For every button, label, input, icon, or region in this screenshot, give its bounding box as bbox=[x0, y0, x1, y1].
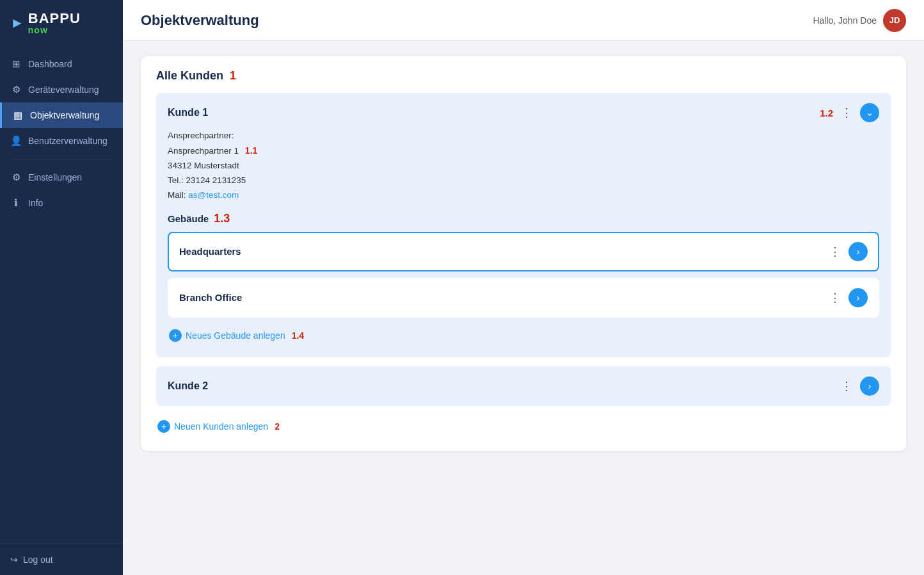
logout-label: Log out bbox=[23, 555, 53, 565]
kunde1-badge: 1.2 bbox=[820, 108, 833, 118]
kunde2-name: Kunde 2 bbox=[168, 380, 208, 392]
gebaeude-badge: 1.3 bbox=[214, 212, 230, 225]
contact-tel: Tel.: 23124 2131235 bbox=[168, 175, 246, 185]
sidebar-item-label: Info bbox=[28, 198, 43, 208]
kunde1-actions: 1.2 ⋮ ⌄ bbox=[820, 103, 879, 122]
kunde2-block: Kunde 2 ⋮ › bbox=[156, 366, 891, 406]
topbar: Objektverwaltung Hallo, John Doe JD bbox=[123, 0, 924, 41]
content-area: Alle Kunden 1 Kunde 1 1.2 ⋮ ⌄ bbox=[123, 41, 924, 575]
add-kunden-label: Neuen Kunden anlegen bbox=[174, 421, 268, 432]
building-branch-actions: ⋮ › bbox=[827, 288, 868, 307]
kunde2-more-icon[interactable]: ⋮ bbox=[838, 378, 855, 394]
section-title: Alle Kunden bbox=[156, 69, 223, 83]
contact-label: Ansprechpartner: bbox=[168, 131, 234, 140]
logout-button[interactable]: ↪ Log out bbox=[10, 555, 113, 565]
user-info: Hallo, John Doe JD bbox=[813, 9, 906, 32]
dashboard-icon: ⊞ bbox=[10, 58, 22, 70]
geraete-icon: ⚙ bbox=[10, 84, 22, 95]
kunde1-more-icon[interactable]: ⋮ bbox=[838, 104, 855, 121]
sidebar-item-label: Dashboard bbox=[28, 59, 72, 69]
kunde1-header: Kunde 1 1.2 ⋮ ⌄ bbox=[168, 103, 879, 122]
contact-badge: 1.1 bbox=[245, 145, 257, 156]
sidebar-item-label: Benutzerverwaltung bbox=[28, 136, 108, 146]
contact-city: 34312 Musterstadt bbox=[168, 161, 239, 170]
logo-bappu: BAPPU bbox=[28, 12, 81, 26]
add-kunden-button[interactable]: + Neuen Kunden anlegen 2 bbox=[156, 415, 891, 438]
user-greeting: Hallo, John Doe bbox=[813, 15, 877, 26]
building-branch-more-icon[interactable]: ⋮ bbox=[827, 289, 843, 306]
section-badge: 1 bbox=[230, 69, 236, 83]
gebaeude-label: Gebäude bbox=[168, 213, 209, 224]
building-hq-more-icon[interactable]: ⋮ bbox=[827, 243, 843, 260]
objekt-icon: ▦ bbox=[12, 109, 24, 121]
building-hq-actions: ⋮ › bbox=[827, 242, 868, 261]
gebaeude-header: Gebäude 1.3 bbox=[168, 212, 879, 225]
logo: ► BAPPU now bbox=[0, 0, 123, 45]
section-header: Alle Kunden 1 bbox=[156, 69, 891, 83]
sidebar-item-geraeteverwaltung[interactable]: ⚙ Geräteverwaltung bbox=[0, 77, 123, 102]
sidebar-item-info[interactable]: ℹ Info bbox=[0, 190, 123, 216]
info-icon: ℹ bbox=[10, 197, 22, 209]
add-building-button[interactable]: + Neues Gebäude anlegen 1.4 bbox=[168, 324, 879, 347]
einstellungen-icon: ⚙ bbox=[10, 172, 22, 183]
sidebar-footer: ↪ Log out bbox=[0, 544, 123, 575]
benutzer-icon: 👤 bbox=[10, 135, 22, 147]
sidebar-item-label: Objektverwaltung bbox=[30, 110, 99, 120]
kunde1-expand-button[interactable]: ⌄ bbox=[860, 103, 879, 122]
logo-text: BAPPU now bbox=[28, 12, 81, 35]
kunde1-name: Kunde 1 bbox=[168, 107, 208, 118]
chevron-right-icon: › bbox=[857, 246, 860, 257]
sidebar-item-einstellungen[interactable]: ⚙ Einstellungen bbox=[0, 165, 123, 190]
sidebar: ► BAPPU now ⊞ Dashboard ⚙ Geräteverwaltu… bbox=[0, 0, 123, 575]
add-building-label: Neues Gebäude anlegen bbox=[186, 330, 285, 341]
plus-icon: + bbox=[157, 420, 170, 433]
plus-icon: + bbox=[169, 329, 182, 342]
nav-divider bbox=[10, 159, 113, 159]
building-row-branch: Branch Office ⋮ › bbox=[168, 278, 879, 318]
sidebar-item-benutzerverwaltung[interactable]: 👤 Benutzerverwaltung bbox=[0, 128, 123, 154]
building-branch-name: Branch Office bbox=[179, 292, 242, 303]
main-nav: ⊞ Dashboard ⚙ Geräteverwaltung ▦ Objektv… bbox=[0, 45, 123, 544]
kunde2-actions: ⋮ › bbox=[838, 377, 879, 396]
building-row-hq: Headquarters ⋮ › bbox=[168, 232, 879, 271]
kunde1-block: Kunde 1 1.2 ⋮ ⌄ Ansprechpartner: bbox=[156, 93, 891, 357]
main-area: Objektverwaltung Hallo, John Doe JD Alle… bbox=[123, 0, 924, 575]
building-branch-nav-button[interactable]: › bbox=[848, 288, 868, 307]
kunde2-expand-button[interactable]: › bbox=[860, 377, 879, 396]
page-title: Objektverwaltung bbox=[141, 12, 259, 29]
chevron-down-icon: ⌄ bbox=[866, 107, 874, 118]
all-kunden-card: Alle Kunden 1 Kunde 1 1.2 ⋮ ⌄ bbox=[141, 56, 906, 451]
building-hq-nav-button[interactable]: › bbox=[848, 242, 868, 261]
kunde1-contact: Ansprechpartner: Ansprechpartner 1 1.1 3… bbox=[168, 129, 879, 203]
add-kunden-badge: 2 bbox=[275, 421, 280, 432]
add-building-badge: 1.4 bbox=[292, 330, 304, 341]
sidebar-item-label: Einstellungen bbox=[28, 172, 82, 182]
logout-icon: ↪ bbox=[10, 555, 18, 565]
sidebar-item-label: Geräteverwaltung bbox=[28, 85, 99, 95]
building-hq-name: Headquarters bbox=[179, 246, 241, 257]
chevron-right-icon: › bbox=[857, 292, 860, 303]
contact-mail[interactable]: as@test.com bbox=[188, 190, 239, 200]
logo-now: now bbox=[28, 26, 81, 35]
user-avatar: JD bbox=[883, 9, 906, 32]
logo-icon: ► bbox=[10, 15, 24, 31]
sidebar-item-dashboard[interactable]: ⊞ Dashboard bbox=[0, 51, 123, 77]
sidebar-item-objektverwaltung[interactable]: ▦ Objektverwaltung bbox=[0, 102, 123, 128]
mail-label: Mail: bbox=[168, 190, 188, 200]
contact-name: Ansprechpartner 1 bbox=[168, 146, 239, 156]
chevron-right-icon: › bbox=[868, 380, 872, 391]
